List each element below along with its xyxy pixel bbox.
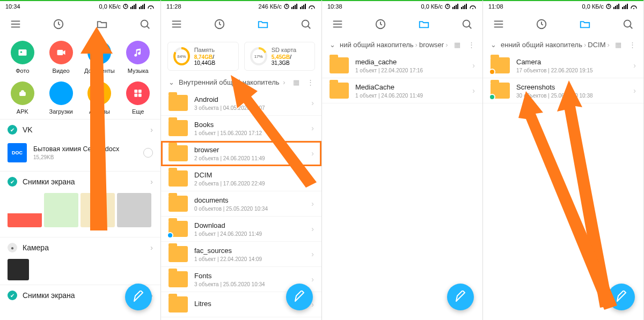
svg-marker-77 <box>518 91 617 310</box>
storage-internal[interactable]: 84% Память 8,74GB/ 10,44GB <box>167 42 239 71</box>
view-grid-icon[interactable]: ▦ <box>615 41 621 49</box>
recent-icon[interactable] <box>375 18 386 30</box>
chevron-right-icon: › <box>633 61 636 70</box>
view-grid-icon[interactable]: ▦ <box>293 78 299 86</box>
menu-icon[interactable] <box>493 18 504 30</box>
svg-rect-8 <box>144 4 145 9</box>
folder-name: Download <box>194 221 262 229</box>
storage-sd[interactable]: 17% SD карта 5,45GB/ 31,3GB <box>244 42 316 71</box>
svg-point-69 <box>633 8 634 9</box>
doc-name: Бытовая химия Семья.docx <box>33 145 119 153</box>
search-icon[interactable] <box>622 18 634 30</box>
chevron-right-icon: › <box>150 125 153 134</box>
svg-rect-22 <box>134 90 137 93</box>
annotation-arrow <box>510 80 633 311</box>
thumbnail[interactable] <box>80 193 115 227</box>
folder-icon[interactable] <box>418 18 430 30</box>
cat-music[interactable]: Музыка <box>119 41 157 74</box>
cat-more[interactable]: Еще <box>119 81 157 115</box>
section-camera[interactable]: ● Камера › <box>0 237 160 257</box>
folder-meta: 17 объектов | 22.06.2020 19:15 <box>516 68 593 73</box>
section-label: VK <box>23 125 33 134</box>
storage-label: Память <box>194 47 233 53</box>
cat-label: Видео <box>53 68 70 74</box>
toolbar <box>0 12 160 36</box>
breadcrumb[interactable]: ⌄ ний общий накопитель›browser› ▦ ⋮ <box>322 36 482 53</box>
cat-archives[interactable]: Архивы <box>80 81 119 115</box>
folder-row[interactable]: Camera 17 объектов | 22.06.2020 19:15 › <box>483 53 643 78</box>
folder-row[interactable]: Download 1 объект | 24.06.2020 11:49 › <box>161 217 321 242</box>
breadcrumb[interactable]: ⌄ Внутренний общий накопитель › ▦ ⋮ <box>161 74 321 91</box>
svg-point-58 <box>463 20 470 27</box>
select-radio[interactable] <box>143 148 153 158</box>
cat-label: Фото <box>16 68 29 74</box>
svg-rect-34 <box>303 5 304 9</box>
cat-downloads[interactable]: Загрузки <box>42 81 80 115</box>
svg-rect-66 <box>624 6 625 9</box>
cat-apk[interactable]: APK <box>3 81 42 115</box>
more-icon[interactable]: ⋮ <box>629 41 636 49</box>
section-vk[interactable]: ✔ VK › <box>0 119 160 139</box>
fab-clean[interactable] <box>447 284 474 310</box>
folder-icon[interactable] <box>257 18 269 30</box>
cat-label: Документы <box>84 68 115 74</box>
fab-clean[interactable] <box>608 284 635 310</box>
svg-rect-45 <box>452 7 453 9</box>
cat-label: Музыка <box>128 68 149 74</box>
cat-label: Архивы <box>89 108 110 115</box>
menu-icon[interactable] <box>171 18 182 30</box>
folder-row[interactable]: Android 3 объекта | 04.05.2020 10:07 › <box>161 91 321 116</box>
fab-clean[interactable] <box>125 284 152 310</box>
folder-icon[interactable] <box>579 18 591 30</box>
recent-icon[interactable] <box>536 18 547 30</box>
svg-rect-6 <box>141 6 142 9</box>
svg-rect-16 <box>18 49 26 56</box>
folder-row[interactable]: browser 2 объекта | 24.06.2020 11:49 › <box>161 141 321 166</box>
thumbnail[interactable] <box>44 193 78 227</box>
search-icon[interactable] <box>300 18 312 30</box>
search-icon[interactable] <box>139 18 151 30</box>
menu-icon[interactable] <box>332 18 343 30</box>
folder-icon <box>169 221 188 237</box>
more-icon[interactable]: ⋮ <box>468 41 475 49</box>
doc-row[interactable]: DOC Бытовая химия Семья.docx 15,29KB <box>0 139 160 167</box>
section-icon: ✔ <box>8 177 17 187</box>
folder-icon[interactable] <box>96 18 108 30</box>
storage-pct: 17% <box>254 54 263 59</box>
view-grid-icon[interactable]: ▦ <box>454 41 460 49</box>
folder-row[interactable]: Books 1 объект | 15.06.2020 17:12 › <box>161 116 321 141</box>
recent-icon[interactable] <box>53 18 64 30</box>
cat-video[interactable]: Видео <box>42 41 80 74</box>
thumbnail[interactable] <box>8 259 29 280</box>
storage-label: SD карта <box>272 47 309 53</box>
folder-row[interactable]: DCIM 2 объекта | 17.06.2020 22:49 › <box>161 166 321 191</box>
breadcrumb[interactable]: ⌄ енний общий накопитель›DCIM› ▦ ⋮ <box>483 36 643 53</box>
folder-row[interactable]: Screenshots 30 объектов | 25.06.2020 10:… <box>483 78 643 103</box>
svg-rect-61 <box>613 7 614 9</box>
cat-docs[interactable]: Документы <box>80 41 119 74</box>
folder-row[interactable]: fac_sources 1 объект | 22.04.2020 14:09 … <box>161 242 321 267</box>
svg-rect-31 <box>296 4 297 9</box>
screen-browser: 10:38 0,0 КБ/с ⌄ ний общий накопитель›br… <box>322 0 483 320</box>
folder-row[interactable]: media_cache 1 объект | 22.04.2020 17:16 … <box>322 53 482 78</box>
svg-rect-62 <box>615 6 616 9</box>
folder-row[interactable]: documents 0 объектов | 25.05.2020 10:34 … <box>161 191 321 217</box>
cat-photo[interactable]: Фото <box>3 41 42 74</box>
search-icon[interactable] <box>461 18 473 30</box>
svg-rect-65 <box>622 7 623 9</box>
folder-icon <box>169 120 188 136</box>
thumbnail[interactable] <box>117 193 151 227</box>
toolbar <box>322 12 482 36</box>
svg-rect-32 <box>300 7 301 9</box>
folder-name: fac_sources <box>194 247 262 255</box>
recent-icon[interactable] <box>214 18 225 30</box>
fab-clean[interactable] <box>286 284 313 310</box>
more-icon[interactable]: ⋮ <box>307 78 314 86</box>
section-label: Снимки экрана <box>23 177 75 186</box>
svg-rect-67 <box>625 5 626 9</box>
section-screenshots[interactable]: ✔ Снимки экрана › <box>0 171 160 191</box>
thumbnail[interactable] <box>8 193 42 227</box>
folder-row[interactable]: MediaCache 1 объект | 24.06.2020 11:49 › <box>322 78 482 103</box>
menu-icon[interactable] <box>10 18 21 30</box>
status-time: 11:28 <box>166 3 181 10</box>
